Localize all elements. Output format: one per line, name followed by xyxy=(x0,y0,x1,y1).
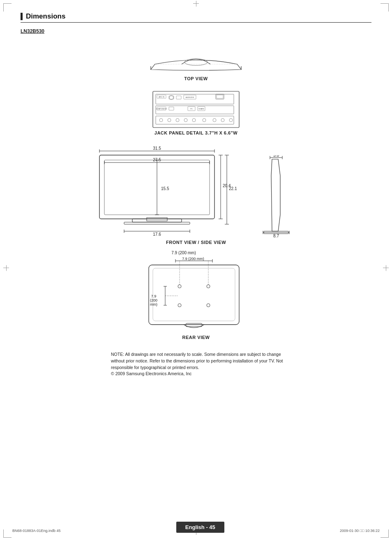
svg-rect-15 xyxy=(156,106,234,114)
svg-point-8 xyxy=(169,95,173,100)
svg-point-24 xyxy=(159,118,163,122)
corner-mark-tl xyxy=(3,3,12,12)
svg-rect-37 xyxy=(147,218,167,221)
svg-rect-71 xyxy=(149,265,239,325)
svg-point-25 xyxy=(168,118,171,122)
svg-point-76 xyxy=(207,304,210,307)
svg-text:AUDIO/DVI: AUDIO/DVI xyxy=(186,96,194,98)
svg-rect-90 xyxy=(186,323,202,327)
note-text: NOTE: All drawings are not necessarily t… xyxy=(111,352,283,376)
footer-center: English - 45 xyxy=(176,522,224,533)
svg-text:PC: PC xyxy=(190,108,193,110)
svg-text:mm): mm) xyxy=(150,302,157,306)
center-mark-top xyxy=(193,3,199,9)
heading-text: Dimensions xyxy=(26,12,65,21)
heading-bar xyxy=(21,13,23,20)
center-mark-right xyxy=(383,267,389,274)
svg-text:3.0: 3.0 xyxy=(273,155,279,158)
svg-point-27 xyxy=(184,118,187,122)
rear-view-svg: 7.9 (200 mm) 7.9 (200 mm) xyxy=(141,257,251,335)
svg-rect-14 xyxy=(217,95,223,98)
svg-point-75 xyxy=(178,304,181,307)
svg-text:22.1: 22.1 xyxy=(229,186,237,191)
svg-rect-18 xyxy=(169,107,174,110)
svg-rect-36 xyxy=(124,222,190,224)
front-side-section: 31.5 27.5 15.5 20.4 22.1 xyxy=(21,143,371,237)
svg-rect-10 xyxy=(176,96,181,99)
svg-point-31 xyxy=(221,118,224,122)
svg-text:SHARE: SHARE xyxy=(198,108,204,110)
page: Dimensions LN32B530 TOP VIEW xyxy=(0,0,392,541)
front-view-svg: 31.5 27.5 15.5 20.4 22.1 xyxy=(83,143,247,237)
footer-left: BN68-01883A-01Eng.indb 45 xyxy=(12,529,61,533)
rear-view-section: 7.9 (200 mm) 7.9 (200 mm) xyxy=(21,251,371,346)
top-view-section: TOP VIEW xyxy=(21,42,371,87)
svg-point-73 xyxy=(178,285,181,288)
top-view-svg xyxy=(143,42,249,74)
top-view-label: TOP VIEW xyxy=(184,76,208,81)
center-mark-left xyxy=(3,267,9,274)
note-section: NOTE: All drawings are not necessarily t… xyxy=(111,351,284,377)
svg-text:15.5: 15.5 xyxy=(161,186,169,191)
svg-rect-23 xyxy=(156,116,234,124)
svg-point-26 xyxy=(176,118,179,122)
svg-text:ARC IN: ARC IN xyxy=(159,96,164,98)
svg-text:7.9: 7.9 xyxy=(151,294,157,298)
svg-point-74 xyxy=(207,285,210,288)
svg-rect-35 xyxy=(132,219,182,222)
svg-point-29 xyxy=(203,118,206,122)
svg-point-30 xyxy=(213,118,216,122)
front-side-view-label: FRONT VIEW / SIDE VIEW xyxy=(21,240,371,245)
svg-point-0 xyxy=(184,59,208,65)
rear-view-label: REAR VIEW xyxy=(182,335,210,340)
svg-point-32 xyxy=(229,118,233,122)
svg-text:31.5: 31.5 xyxy=(153,146,161,151)
side-view-svg: 3.0 8.7 xyxy=(260,155,309,237)
svg-text:17.6: 17.6 xyxy=(153,232,161,237)
footer: BN68-01883A-01Eng.indb 45 English - 45 2… xyxy=(0,522,392,533)
footer-right: 2009-01-30 □□ 10:36:22 xyxy=(340,529,380,533)
jack-panel-svg: ARC IN AUDIO/DVI COMPONENT PC SHARE xyxy=(151,89,241,130)
jack-panel-section: ARC IN AUDIO/DVI COMPONENT PC SHARE xyxy=(21,89,371,141)
corner-mark-tr xyxy=(380,3,389,12)
jack-panel-label: JACK PANEL DETAIL 3.7"H X 6.6"W xyxy=(154,130,238,135)
vesa-h-label: 7.9 (200 mm) xyxy=(171,251,196,255)
section-heading: Dimensions xyxy=(21,12,371,23)
svg-text:COMPONENT: COMPONENT xyxy=(156,108,167,110)
svg-text:7.9 (200 mm): 7.9 (200 mm) xyxy=(182,257,204,261)
svg-text:8.7: 8.7 xyxy=(273,234,279,237)
model-label: LN32B530 xyxy=(21,28,371,34)
svg-point-28 xyxy=(192,118,196,122)
svg-text:(200: (200 xyxy=(150,298,157,302)
